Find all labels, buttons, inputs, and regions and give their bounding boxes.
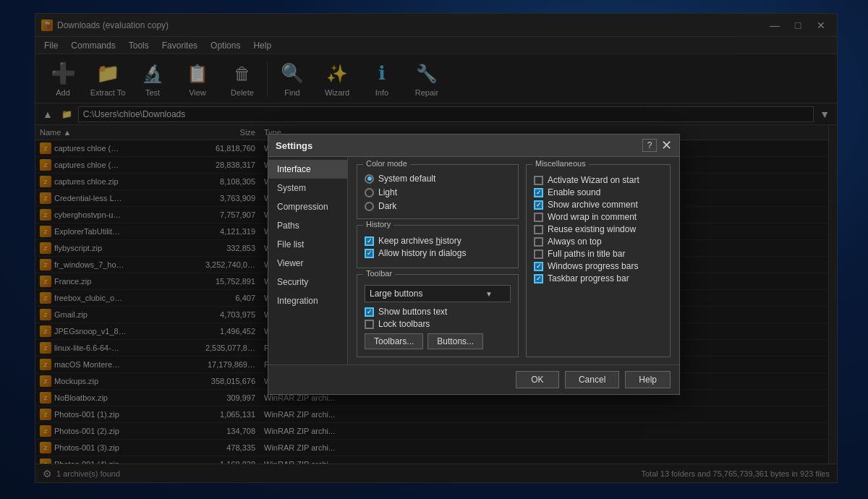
history-group: History Keep archives history Allow hist… bbox=[357, 225, 519, 268]
misc-taskbar-progress-label: Taskbar progress bar bbox=[548, 273, 629, 283]
buttons-button[interactable]: Buttons... bbox=[427, 333, 483, 349]
misc-reuse-window-label: Reuse existing window bbox=[548, 224, 636, 234]
show-buttons-text-label: Show buttons text bbox=[378, 307, 447, 317]
dialog-panel: Color mode System default Light bbox=[348, 157, 679, 364]
dialog-body: Interface System Compression Paths File … bbox=[268, 157, 679, 364]
misc-checkboxes: Activate Wizard on start Enable sound Sh… bbox=[534, 175, 663, 283]
toolbar-group: Toolbar Large buttons ▼ Show buttons tex… bbox=[357, 274, 519, 357]
radio-circle-system bbox=[365, 174, 374, 184]
nav-integration[interactable]: Integration bbox=[268, 291, 347, 310]
panel-right: Miscellaneous Activate Wizard on start E… bbox=[526, 164, 671, 357]
show-buttons-text-checkbox[interactable]: Show buttons text bbox=[365, 307, 511, 317]
misc-activate-wizard[interactable]: Activate Wizard on start bbox=[534, 175, 663, 185]
dialog-close-button[interactable]: ✕ bbox=[661, 139, 672, 152]
misc-always-on-top-box bbox=[534, 237, 543, 247]
misc-show-comment-box bbox=[534, 200, 543, 210]
lock-toolbars-checkbox[interactable]: Lock toolbars bbox=[365, 319, 511, 329]
misc-activate-wizard-box bbox=[534, 176, 543, 185]
keep-archives-box bbox=[365, 236, 374, 246]
misc-show-comment-label: Show archive comment bbox=[548, 200, 638, 210]
misc-full-paths[interactable]: Full paths in title bar bbox=[534, 249, 663, 259]
toolbar-size-select[interactable]: Large buttons ▼ bbox=[365, 285, 511, 302]
history-title: History bbox=[363, 220, 393, 229]
settings-dialog: Settings ? ✕ Interface System Compressio… bbox=[268, 134, 680, 395]
keep-archives-label: Keep archives history bbox=[378, 236, 461, 246]
toolbar-size-value: Large buttons bbox=[370, 289, 422, 299]
lock-toolbars-label: Lock toolbars bbox=[378, 319, 430, 329]
misc-word-wrap-label: Word wrap in comment bbox=[548, 212, 637, 222]
color-mode-radio-group: System default Light Dark bbox=[365, 174, 511, 211]
panel-top: Color mode System default Light bbox=[357, 164, 671, 357]
misc-always-on-top-label: Always on top bbox=[548, 236, 602, 247]
misc-title: Miscellaneous bbox=[532, 159, 589, 168]
misc-activate-wizard-label: Activate Wizard on start bbox=[548, 175, 639, 185]
radio-dark[interactable]: Dark bbox=[365, 201, 511, 211]
dialog-nav: Interface System Compression Paths File … bbox=[268, 157, 348, 364]
misc-word-wrap[interactable]: Word wrap in comment bbox=[534, 212, 663, 222]
cancel-button[interactable]: Cancel bbox=[565, 371, 619, 388]
misc-full-paths-box bbox=[534, 250, 543, 259]
nav-compression[interactable]: Compression bbox=[268, 197, 347, 216]
nav-paths[interactable]: Paths bbox=[268, 216, 347, 235]
toolbar-group-title: Toolbar bbox=[363, 269, 395, 278]
dialog-controls: ? ✕ bbox=[642, 139, 672, 152]
radio-label-light: Light bbox=[378, 187, 397, 197]
misc-windows-progress-box bbox=[534, 262, 543, 271]
misc-always-on-top[interactable]: Always on top bbox=[534, 236, 663, 247]
keep-archives-checkbox[interactable]: Keep archives history bbox=[365, 236, 511, 246]
panel-left: Color mode System default Light bbox=[357, 164, 519, 357]
nav-security[interactable]: Security bbox=[268, 273, 347, 291]
toolbars-button[interactable]: Toolbars... bbox=[365, 333, 423, 349]
allow-history-label: Allow history in dialogs bbox=[378, 248, 466, 258]
misc-windows-progress[interactable]: Windows progress bars bbox=[534, 261, 663, 271]
nav-system[interactable]: System bbox=[268, 179, 347, 197]
allow-history-box bbox=[365, 249, 374, 258]
ok-button[interactable]: OK bbox=[516, 371, 559, 388]
misc-reuse-window-box bbox=[534, 225, 543, 234]
nav-interface[interactable]: Interface bbox=[268, 160, 347, 179]
misc-enable-sound[interactable]: Enable sound bbox=[534, 187, 663, 197]
radio-light[interactable]: Light bbox=[365, 187, 511, 197]
toolbar-action-buttons: Toolbars... Buttons... bbox=[365, 333, 511, 349]
radio-system-default[interactable]: System default bbox=[365, 174, 511, 184]
dialog-footer: OK Cancel Help bbox=[268, 364, 679, 394]
misc-enable-sound-box bbox=[534, 188, 543, 197]
toolbar-size-wrapper: Large buttons ▼ bbox=[365, 285, 511, 302]
dialog-title: Settings bbox=[276, 140, 312, 151]
misc-show-comment[interactable]: Show archive comment bbox=[534, 200, 663, 210]
misc-enable-sound-label: Enable sound bbox=[548, 187, 600, 197]
radio-label-system: System default bbox=[378, 174, 435, 184]
history-checkboxes: Keep archives history Allow history in d… bbox=[365, 236, 511, 258]
misc-windows-progress-label: Windows progress bars bbox=[548, 261, 638, 271]
nav-viewer[interactable]: Viewer bbox=[268, 254, 347, 273]
select-arrow-icon: ▼ bbox=[485, 290, 493, 298]
radio-circle-dark bbox=[365, 202, 374, 211]
help-button[interactable]: Help bbox=[625, 371, 671, 388]
radio-circle-light bbox=[365, 188, 374, 197]
color-mode-group: Color mode System default Light bbox=[357, 164, 519, 219]
misc-reuse-window[interactable]: Reuse existing window bbox=[534, 224, 663, 234]
misc-taskbar-progress-box bbox=[534, 274, 543, 283]
miscellaneous-group: Miscellaneous Activate Wizard on start E… bbox=[526, 164, 671, 357]
lock-toolbars-box bbox=[365, 320, 374, 329]
toolbar-checkboxes: Show buttons text Lock toolbars bbox=[365, 307, 511, 329]
allow-history-checkbox[interactable]: Allow history in dialogs bbox=[365, 248, 511, 258]
nav-file-list[interactable]: File list bbox=[268, 235, 347, 254]
misc-taskbar-progress[interactable]: Taskbar progress bar bbox=[534, 273, 663, 283]
radio-label-dark: Dark bbox=[378, 201, 396, 211]
show-buttons-text-box bbox=[365, 307, 374, 317]
dialog-title-bar: Settings ? ✕ bbox=[268, 135, 679, 157]
misc-full-paths-label: Full paths in title bar bbox=[548, 249, 625, 259]
dialog-help-button[interactable]: ? bbox=[642, 139, 657, 152]
color-mode-title: Color mode bbox=[363, 159, 410, 168]
misc-word-wrap-box bbox=[534, 213, 543, 222]
